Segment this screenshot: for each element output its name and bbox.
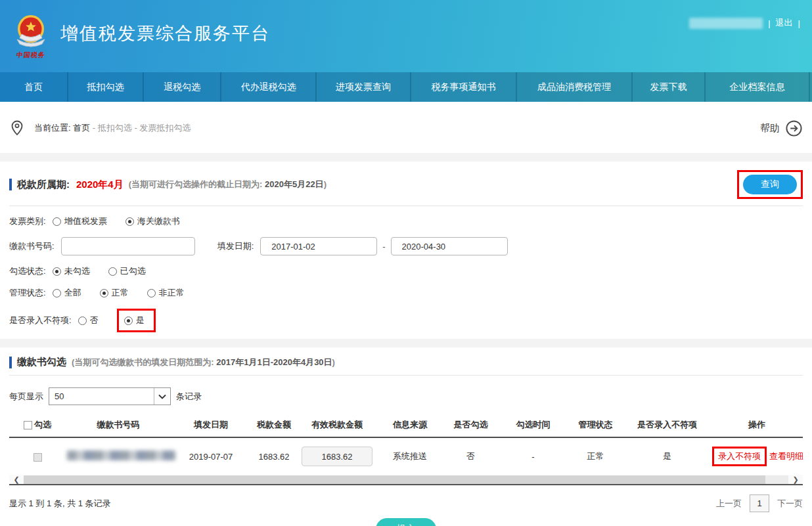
period-section-header: 税款所属期: 2020年4月 (当期可进行勾选操作的截止日期为: 2020年5月… <box>9 162 803 206</box>
radio-icon[interactable] <box>78 317 87 325</box>
logo-caption: 中国税务 <box>16 51 46 60</box>
check-status-label: 勾选状态: <box>9 265 46 277</box>
period-note: (当期可进行勾选操作的截止日期为: 2020年5月22日) <box>129 179 327 190</box>
table-row: 2019-07-07 1683.62 系统推送 否 - 正常 是 录入不符项查看… <box>9 437 803 475</box>
radio-icon-selected[interactable] <box>100 289 108 297</box>
col-check-time: 勾选时间 <box>499 414 568 437</box>
manage-status-label: 管理状态: <box>9 287 46 299</box>
radio-abnormal[interactable]: 非正常 <box>147 287 185 299</box>
cell-issue-date: 2019-07-07 <box>171 437 251 475</box>
issue-date-from-input[interactable] <box>260 237 377 255</box>
radio-icon-selected[interactable] <box>53 267 61 276</box>
page-size-suffix: 条记录 <box>176 391 202 403</box>
radio-vat-invoice[interactable]: 增值税发票 <box>53 215 107 227</box>
radio-customs-payment[interactable]: 海关缴款书 <box>125 215 180 227</box>
chevron-down-icon[interactable] <box>154 388 170 405</box>
radio-mismatch-yes[interactable]: 是 <box>124 315 145 326</box>
record-summary: 显示 1 到 1 条, 共 1 条记录 <box>9 498 111 510</box>
payment-no-redacted <box>67 450 175 460</box>
table-footer: 显示 1 到 1 条, 共 1 条记录 上一页 1 下一页 <box>9 494 803 512</box>
pagination: 上一页 1 下一页 <box>716 494 803 512</box>
radio-icon-selected[interactable] <box>125 217 134 226</box>
cell-manage-status: 正常 <box>568 437 623 475</box>
page-size-select[interactable]: 50 <box>49 387 171 405</box>
effective-tax-amount-input[interactable] <box>302 447 372 466</box>
cell-actions: 录入不符项查看明细 <box>711 437 803 475</box>
breadcrumb-row: 当前位置: 首页 - 抵扣勾选 - 发票抵扣勾选 帮助 <box>9 118 803 139</box>
nav-tab-invoice-download[interactable]: 发票下载 <box>633 72 706 102</box>
pipe-divider: | <box>798 18 800 28</box>
nav-tab-home[interactable]: 首页 <box>0 72 68 102</box>
radio-checked[interactable]: 已勾选 <box>108 265 146 277</box>
period-note-suffix: ) <box>324 179 327 189</box>
cell-check <box>9 437 66 475</box>
issue-date-to-input[interactable] <box>391 237 508 255</box>
payment-check-note: (当期可勾选缴款书的填发日期范围为: 2017年1月1日-2020年4月30日) <box>72 357 335 368</box>
query-button[interactable]: 查询 <box>743 175 797 194</box>
help-button[interactable]: 帮助 <box>760 120 803 137</box>
radio-label: 是 <box>136 315 145 326</box>
nav-tab-enterprise-archive[interactable]: 企业档案信息 <box>706 72 810 102</box>
row-checkbox[interactable] <box>34 453 42 462</box>
scroll-left-icon[interactable]: ❮ <box>9 475 24 484</box>
page-size-value: 50 <box>55 391 64 401</box>
col-issue-date: 填发日期 <box>171 414 251 437</box>
period-note-prefix: (当期可进行勾选操作的截止日期为: <box>129 179 265 189</box>
period-deadline-date: 2020年5月22日 <box>265 179 324 189</box>
enter-mismatch-link[interactable]: 录入不符项 <box>718 450 761 462</box>
payment-check-section-header: 缴款书勾选 (当期可勾选缴款书的填发日期范围为: 2017年1月1日-2020年… <box>9 347 803 376</box>
filter-form: 发票类别: 增值税发票 海关缴款书 缴款书号码: 填发日期: - 勾选状态: 未… <box>9 206 803 332</box>
radio-icon[interactable] <box>108 267 117 276</box>
col-effective-tax-amount: 有效税款金额 <box>297 414 377 437</box>
radio-label: 增值税发票 <box>64 215 107 227</box>
section-divider <box>0 153 812 162</box>
note-suffix: ) <box>332 357 335 367</box>
col-tax-amount: 税款金额 <box>251 414 297 437</box>
main-nav: 首页 抵扣勾选 退税勾选 代办退税勾选 进项发票查询 税务事项通知书 成品油消费… <box>0 72 812 102</box>
cell-effective-tax-amount <box>297 437 377 475</box>
radio-icon-selected[interactable] <box>124 317 133 325</box>
nav-tab-deduction-check[interactable]: 抵扣勾选 <box>68 72 144 102</box>
prev-page-button[interactable]: 上一页 <box>716 498 742 510</box>
nav-tab-input-invoice-query[interactable]: 进项发票查询 <box>317 72 411 102</box>
radio-label: 全部 <box>64 287 81 299</box>
enter-mismatch-annotation-box: 录入不符项 <box>712 447 767 466</box>
nav-tab-agency-refund-check[interactable]: 代办退税勾选 <box>221 72 317 102</box>
submit-button[interactable]: 提交 <box>376 518 436 526</box>
date-range-dash: - <box>382 242 385 252</box>
nav-tab-refined-oil-tax[interactable]: 成品油消费税管理 <box>517 72 633 102</box>
radio-icon[interactable] <box>147 289 156 297</box>
col-label: 勾选 <box>34 420 51 429</box>
scroll-right-icon[interactable]: ❯ <box>788 475 803 484</box>
page-title: 增值税发票综合服务平台 <box>60 22 270 45</box>
radio-mismatch-no[interactable]: 否 <box>78 315 99 326</box>
view-detail-link[interactable]: 查看明细 <box>769 451 803 461</box>
radio-icon[interactable] <box>53 289 61 297</box>
issue-date-label: 填发日期: <box>217 240 254 252</box>
nav-tab-tax-notice[interactable]: 税务事项通知书 <box>411 72 517 102</box>
radio-normal[interactable]: 正常 <box>100 287 129 299</box>
scrollbar-thumb[interactable] <box>24 475 765 484</box>
tax-bureau-logo: 中国税务 <box>9 13 53 60</box>
radio-all[interactable]: 全部 <box>53 287 81 299</box>
nav-tab-refund-check[interactable]: 退税勾选 <box>144 72 221 102</box>
help-label: 帮助 <box>760 122 780 135</box>
breadcrumb-trail[interactable]: - 抵扣勾选 - 发票抵扣勾选 <box>90 123 191 133</box>
mismatch-label: 是否录入不符项: <box>9 315 72 326</box>
radio-icon[interactable] <box>53 217 61 226</box>
col-actions: 操作 <box>711 414 803 437</box>
payment-no-input[interactable] <box>61 237 195 255</box>
col-mismatch: 是否录入不符项 <box>623 414 711 437</box>
next-page-button[interactable]: 下一页 <box>777 498 803 510</box>
col-info-source: 信息来源 <box>377 414 443 437</box>
current-page-box[interactable]: 1 <box>750 494 769 512</box>
page-size-prefix: 每页显示 <box>9 391 43 403</box>
radio-unchecked[interactable]: 未勾选 <box>53 265 90 277</box>
username-redacted <box>689 18 763 29</box>
logout-link[interactable]: 退出 <box>776 17 793 29</box>
col-payment-no: 缴款书号码 <box>66 414 171 437</box>
select-all-checkbox[interactable] <box>24 421 32 429</box>
scrollbar-track[interactable] <box>24 475 788 484</box>
radio-label: 正常 <box>112 287 129 299</box>
col-manage-status: 管理状态 <box>568 414 623 437</box>
